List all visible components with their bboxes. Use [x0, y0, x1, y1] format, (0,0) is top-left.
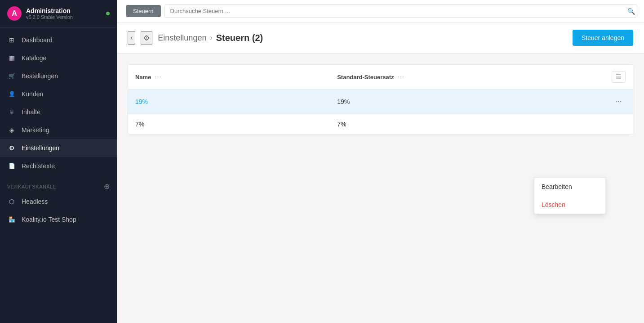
- back-button[interactable]: ‹: [128, 31, 135, 45]
- sidebar: A Administration v6.2.0 Stable Version D…: [0, 0, 117, 323]
- row-action-button-1[interactable]: ···: [612, 96, 625, 108]
- tax-table: Name ··· Standard-Steuersatz ··· ☰: [128, 65, 633, 134]
- content-body: Name ··· Standard-Steuersatz ··· ☰: [117, 54, 644, 323]
- catalog-icon: [7, 54, 16, 63]
- col-header-name: Name ···: [128, 65, 330, 90]
- app-logo: A: [7, 6, 22, 21]
- table-row: 7% 7%: [128, 114, 633, 135]
- col-name-options[interactable]: ···: [155, 74, 162, 80]
- search-icon: 🔍: [627, 8, 635, 15]
- sidebar-item-label: Dashboard: [22, 36, 53, 44]
- dashboard-icon: [7, 36, 16, 45]
- dropdown-item-edit[interactable]: Bearbeiten: [534, 178, 605, 196]
- sidebar-item-label: Marketing: [22, 126, 49, 134]
- sidebar-item-rechtstexte[interactable]: Rechtstexte: [0, 157, 117, 175]
- col-rate-options[interactable]: ···: [398, 74, 405, 80]
- sales-channels-label: Verkaufskanäle: [7, 184, 57, 189]
- sales-channels-section: Verkaufskanäle ⊕: [0, 175, 117, 193]
- search-input[interactable]: [164, 4, 637, 18]
- topbar: Steuern 🔍: [117, 0, 644, 22]
- header-left: ‹ ⚙ Einstellungen › Steuern (2): [128, 31, 263, 45]
- main-content: Steuern 🔍 ‹ ⚙ Einstellungen › Steuern (2…: [117, 0, 644, 323]
- sidebar-item-label: Koality.io Test Shop: [22, 216, 76, 223]
- orders-icon: [7, 72, 16, 81]
- sidebar-item-einstellungen[interactable]: Einstellungen: [0, 139, 117, 157]
- col-rate-label: Standard-Steuersatz: [337, 74, 394, 81]
- sidebar-item-kataloge[interactable]: Kataloge: [0, 49, 117, 67]
- sidebar-item-marketing[interactable]: Marketing: [0, 121, 117, 139]
- shop-icon: [7, 215, 16, 224]
- table-row: 19% 19% ···: [128, 90, 633, 114]
- tax-table-container: Name ··· Standard-Steuersatz ··· ☰: [128, 64, 633, 135]
- customers-icon: [7, 90, 16, 99]
- sidebar-item-koality[interactable]: Koality.io Test Shop: [0, 211, 117, 229]
- create-tax-button[interactable]: Steuer anlegen: [573, 30, 633, 46]
- sidebar-item-label: Inhalte: [22, 108, 40, 116]
- row-context-menu: Bearbeiten Löschen: [534, 177, 606, 214]
- add-sales-channel-button[interactable]: ⊕: [104, 182, 110, 191]
- status-indicator: [106, 12, 110, 15]
- sidebar-item-label: Kunden: [22, 90, 43, 98]
- content-header: ‹ ⚙ Einstellungen › Steuern (2) Steuer a…: [117, 22, 644, 54]
- breadcrumb-parent: Einstellungen: [158, 33, 206, 43]
- sidebar-item-label: Bestellungen: [22, 72, 58, 80]
- breadcrumb: Einstellungen › Steuern (2): [158, 33, 263, 43]
- app-name: Administration: [26, 7, 73, 14]
- sidebar-item-bestellungen[interactable]: Bestellungen: [0, 67, 117, 85]
- sidebar-item-dashboard[interactable]: Dashboard: [0, 31, 117, 49]
- sidebar-item-label: Rechtstexte: [22, 162, 55, 170]
- marketing-icon: [7, 126, 16, 135]
- tax-name-link[interactable]: 19%: [135, 98, 148, 105]
- sidebar-item-label: Headless: [22, 198, 48, 205]
- legal-icon: [7, 162, 16, 170]
- sidebar-item-kunden[interactable]: Kunden: [0, 85, 117, 103]
- dropdown-item-delete[interactable]: Löschen: [534, 196, 605, 214]
- app-version: v6.2.0 Stable Version: [26, 14, 73, 20]
- tax-actions-cell: [604, 114, 633, 135]
- tax-name-cell: 7%: [128, 114, 330, 135]
- sidebar-nav: Dashboard Kataloge Bestellungen Kunden I…: [0, 27, 117, 323]
- breadcrumb-current: Steuern (2): [216, 33, 263, 43]
- tax-rate-cell: 19%: [330, 90, 604, 114]
- col-name-label: Name: [135, 74, 151, 81]
- column-settings-button[interactable]: ☰: [612, 71, 626, 83]
- settings-icon: [7, 144, 16, 153]
- content-icon: [7, 108, 16, 117]
- tax-rate-cell: 7%: [330, 114, 604, 135]
- tax-name-cell: 19%: [128, 90, 330, 114]
- app-info: Administration v6.2.0 Stable Version: [26, 7, 73, 20]
- settings-gear-button[interactable]: ⚙: [141, 31, 152, 45]
- col-header-actions: ☰: [604, 65, 633, 90]
- tax-actions-cell: ···: [604, 90, 633, 114]
- sidebar-item-label: Kataloge: [22, 54, 46, 62]
- sidebar-item-inhalte[interactable]: Inhalte: [0, 103, 117, 121]
- sidebar-item-headless[interactable]: Headless: [0, 193, 117, 211]
- sidebar-item-label: Einstellungen: [22, 144, 59, 152]
- sidebar-header: A Administration v6.2.0 Stable Version: [0, 0, 117, 27]
- col-header-rate: Standard-Steuersatz ···: [330, 65, 604, 90]
- headless-icon: [7, 197, 16, 206]
- breadcrumb-separator: ›: [210, 34, 212, 42]
- steuern-tab[interactable]: Steuern: [126, 5, 161, 17]
